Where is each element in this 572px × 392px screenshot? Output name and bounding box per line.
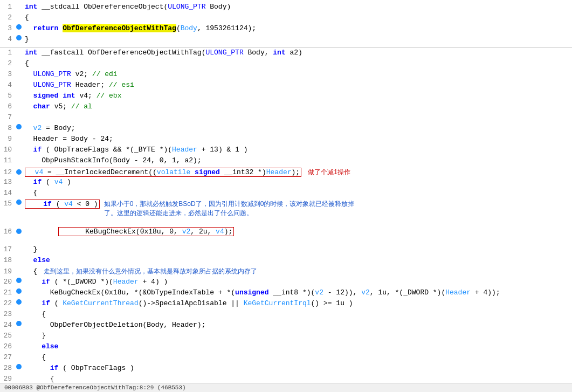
code-line-top-4: 4 } <box>0 35 572 45</box>
code-text: KeBugCheckEx(0x18u, *(&ObTypeIndexTable … <box>23 288 572 297</box>
code-text: int __stdcall ObDereferenceObject(ULONG_… <box>23 3 572 11</box>
code-text: int __fastcall ObfDereferenceObjectWithT… <box>23 49 572 57</box>
breakpoint-indicator <box>15 124 23 129</box>
code-line-19: 19 { 走到这里，如果没有什么意外情况，基本就是释放对象所占据的系统内存了 <box>0 266 572 277</box>
code-line-26: 26 else <box>0 342 572 353</box>
code-text: if ( v4 ) <box>23 178 572 186</box>
code-line-1: 1 int __fastcall ObfDereferenceObjectWit… <box>0 48 572 59</box>
line-number: 26 <box>0 342 15 350</box>
breakpoint-indicator <box>15 321 23 326</box>
code-line-top-3: 3 return ObfDereferenceObjectWithTag(Bod… <box>0 24 572 35</box>
line-number: 4 <box>0 81 15 89</box>
code-line-7: 7 <box>0 113 572 123</box>
code-text: { <box>23 310 572 318</box>
code-text: if ( KeGetCurrentThread()->SpecialApcDis… <box>23 299 572 307</box>
code-text: KeBugCheckEx(0x18u, 0, v2, 2u, v4); <box>23 219 572 244</box>
code-text: else <box>23 256 572 264</box>
brace-text: { <box>25 267 37 276</box>
line-number: 5 <box>0 92 15 100</box>
line-number: 18 <box>0 256 15 264</box>
line-number: 8 <box>0 124 15 132</box>
code-text: ULONG_PTR v2; // edi <box>23 70 572 78</box>
line-number: 19 <box>0 267 15 276</box>
line-number: 21 <box>0 288 15 297</box>
code-text: Header = Body - 24; <box>23 135 572 143</box>
code-text: v2 = Body; <box>23 124 572 132</box>
line-number: 2 <box>0 59 15 67</box>
code-text: { 走到这里，如果没有什么意外情况，基本就是释放对象所占据的系统内存了 <box>23 267 572 276</box>
code-text: } <box>23 35 572 43</box>
line-number: 16 <box>0 228 15 236</box>
code-line-2: 2 { <box>0 59 572 70</box>
line-number: 13 <box>0 178 15 186</box>
line-number: 23 <box>0 310 15 318</box>
code-line-5: 5 signed int v4; // ebx <box>0 91 572 102</box>
code-line-17: 17 } <box>0 245 572 256</box>
line-number: 22 <box>0 299 15 307</box>
code-text: ObpPushStackInfo(Body - 24, 0, 1, a2); <box>23 156 572 164</box>
line-number: 11 <box>0 156 15 164</box>
code-text: char v5; // al <box>23 102 572 111</box>
code-line-top-1: 1 int __stdcall ObDereferenceObject(ULON… <box>0 2 572 13</box>
status-text: 00006B03 @ObfDereferenceObjectWithTag:8:… <box>4 384 186 391</box>
code-text: ULONG_PTR Header; // esi <box>23 81 572 89</box>
code-line-16: 16 KeBugCheckEx(0x18u, 0, v2, 2u, v4); <box>0 218 572 245</box>
code-line-top-2: 2 { <box>0 13 572 24</box>
breakpoint-indicator <box>15 278 23 283</box>
line-number: 1 <box>0 3 15 11</box>
code-text: { <box>23 375 572 383</box>
code-text <box>23 113 572 121</box>
code-text: v4 = __InterlockedDecrement((volatile si… <box>23 168 572 177</box>
breakpoint-indicator <box>15 169 23 175</box>
code-line-13: 13 if ( v4 ) <box>0 177 572 188</box>
line-number: 29 <box>0 375 15 383</box>
annotation-blue-line19: 走到这里，如果没有什么意外情况，基本就是释放对象所占据的系统内存了 <box>44 267 257 276</box>
code-text: ObpDeferObjectDeletion(Body, Header); <box>23 321 572 329</box>
code-line-21: 21 KeBugCheckEx(0x18u, *(&ObTypeIndexTab… <box>0 288 572 299</box>
line-number: 15 <box>0 200 15 208</box>
breakpoint-indicator <box>15 200 23 205</box>
line-number: 24 <box>0 321 15 329</box>
code-line-3: 3 ULONG_PTR v2; // edi <box>0 70 572 80</box>
line-number: 28 <box>0 364 15 372</box>
code-line-18: 18 else <box>0 256 572 266</box>
status-bar: 00006B03 @ObfDereferenceObjectWithTag:8:… <box>0 383 572 392</box>
line-number: 1 <box>0 49 15 57</box>
code-line-6: 6 char v5; // al <box>0 102 572 113</box>
code-text: { <box>23 13 572 22</box>
code-text: { <box>23 353 572 361</box>
code-text: if ( v4 < 0 ) 如果小于0，那就必然触发BSoD了，因为引用计数减到… <box>23 200 572 218</box>
line-number: 25 <box>0 332 15 340</box>
line-number: 3 <box>0 24 15 32</box>
code-line-20: 20 if ( *(_DWORD *)(Header + 4) ) <box>0 277 572 288</box>
breakpoint-indicator <box>15 288 23 294</box>
code-line-22: 22 if ( KeGetCurrentThread()->SpecialApc… <box>0 299 572 310</box>
code-text: if ( ObpTraceFlags ) <box>23 364 572 372</box>
code-line-24: 24 ObpDeferObjectDeletion(Body, Header); <box>0 320 572 331</box>
code-line-4: 4 ULONG_PTR Header; // esi <box>0 80 572 91</box>
annotation-block-line15: 如果小于0，那就必然触发BSoD了，因为引用计数减到0的时候，该对象就已经被释放… <box>104 200 363 218</box>
red-box-line15: if ( v4 < 0 ) <box>25 200 100 209</box>
code-line-23: 23 { <box>0 310 572 320</box>
code-text: { <box>23 189 572 197</box>
code-text: signed int v4; // ebx <box>23 92 572 100</box>
code-line-14: 14 { <box>0 188 572 199</box>
code-text: if ( *(_DWORD *)(Header + 4) ) <box>23 278 572 286</box>
line-number: 4 <box>0 35 15 43</box>
code-line-27: 27 { <box>0 353 572 363</box>
top-code-section: 1 int __stdcall ObDereferenceObject(ULON… <box>0 0 572 48</box>
bottom-code-section: 1 int __fastcall ObfDereferenceObjectWit… <box>0 48 572 383</box>
line-number: 10 <box>0 146 15 154</box>
code-text: } <box>23 332 572 340</box>
breakpoint-indicator <box>15 24 23 30</box>
red-box-line12: v4 = __InterlockedDecrement((volatile si… <box>25 168 301 177</box>
code-line-29: 29 { <box>0 374 572 383</box>
breakpoint-indicator <box>15 299 23 305</box>
line-number: 9 <box>0 135 15 143</box>
breakpoint-indicator <box>15 364 23 369</box>
code-line-25: 25 } <box>0 331 572 342</box>
code-line-8: 8 v2 = Body; <box>0 123 572 134</box>
breakpoint-indicator <box>15 229 23 234</box>
code-text: { <box>23 59 572 67</box>
line-number: 3 <box>0 70 15 78</box>
